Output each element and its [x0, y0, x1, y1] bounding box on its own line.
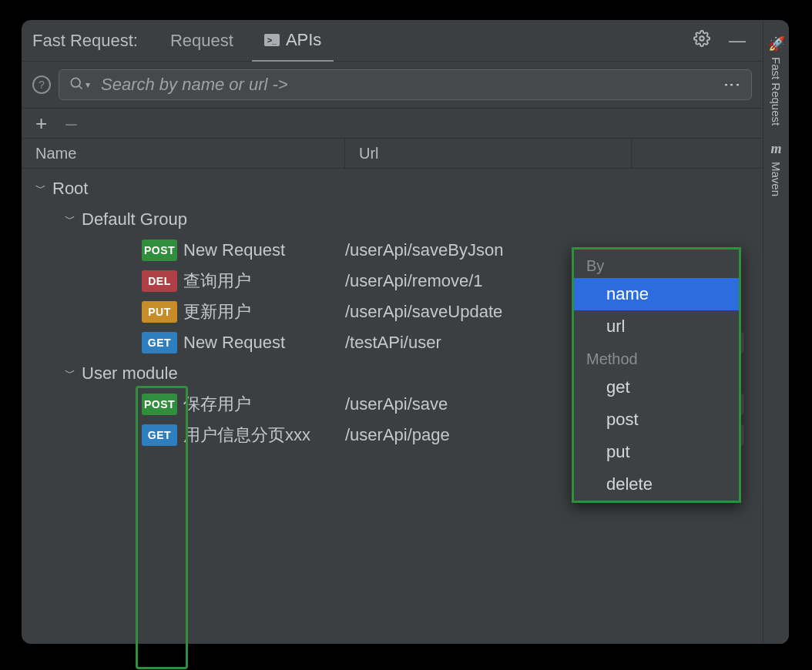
- gear-icon[interactable]: [687, 30, 716, 52]
- add-button[interactable]: +: [35, 113, 47, 133]
- popup-section-by: By: [574, 250, 739, 278]
- popup-item-post[interactable]: post: [574, 404, 739, 436]
- side-tab-maven[interactable]: m Maven: [767, 136, 786, 201]
- tab-request[interactable]: Request: [158, 20, 246, 62]
- api-name: 保存用户: [183, 393, 251, 416]
- app-title: Fast Request:: [32, 31, 138, 51]
- popup-item-get[interactable]: get: [574, 371, 739, 404]
- method-badge: PUT: [142, 301, 177, 323]
- column-headers: Name Url: [22, 138, 763, 169]
- svg-point-1: [71, 78, 80, 87]
- header: Fast Request: Request >_ APIs —: [22, 20, 763, 62]
- api-name: New Request: [183, 333, 285, 353]
- method-badge: POST: [142, 394, 177, 415]
- tree-row[interactable]: ﹀Root: [22, 173, 763, 204]
- svg-point-0: [700, 36, 704, 41]
- api-name: New Request: [183, 240, 285, 260]
- tab-request-label: Request: [170, 31, 233, 51]
- api-name: 更新用户: [183, 300, 251, 323]
- column-name[interactable]: Name: [22, 139, 345, 168]
- root-label: Root: [52, 179, 88, 199]
- tab-apis[interactable]: >_ APIs: [252, 20, 334, 62]
- popup-item-url[interactable]: url: [574, 310, 739, 343]
- group-label: Default Group: [82, 209, 187, 229]
- terminal-icon: >_: [264, 34, 280, 46]
- api-tree: ﹀Root﹀Default GroupPOSTNew Request/userA…: [22, 169, 763, 644]
- tree-row[interactable]: ﹀Default Group: [22, 204, 763, 235]
- method-badge: POST: [142, 240, 177, 261]
- column-actions: [632, 139, 763, 168]
- right-sidebar: 🚀 Fast Request m Maven: [763, 20, 789, 644]
- chevron-down-icon[interactable]: ﹀: [35, 182, 46, 196]
- column-url[interactable]: Url: [345, 139, 632, 168]
- api-name: 查询用户: [183, 270, 251, 293]
- method-badge: DEL: [142, 270, 177, 292]
- popup-item-delete[interactable]: delete: [574, 468, 739, 501]
- maven-icon: m: [771, 141, 782, 157]
- search-input[interactable]: [90, 74, 716, 95]
- search-filter-popup: By nameurl Method getpostputdelete: [572, 247, 741, 503]
- chevron-down-icon[interactable]: ﹀: [65, 213, 75, 226]
- popup-item-name[interactable]: name: [574, 278, 739, 310]
- group-label: User module: [82, 363, 178, 384]
- api-name: 用户信息分页xxx: [183, 424, 310, 447]
- minimize-icon[interactable]: —: [723, 31, 752, 51]
- tab-apis-label: APIs: [286, 30, 321, 50]
- side-tab-fast-request-label: Fast Request: [770, 57, 783, 126]
- search-input-container[interactable]: ▾ ⋮: [59, 69, 752, 100]
- chevron-down-icon[interactable]: ﹀: [65, 367, 75, 380]
- popup-item-put[interactable]: put: [574, 436, 739, 468]
- side-tab-maven-label: Maven: [770, 162, 783, 196]
- search-icon: [69, 75, 84, 94]
- popup-section-method: Method: [574, 343, 739, 371]
- more-icon[interactable]: ⋮: [716, 76, 742, 93]
- method-badge: GET: [142, 424, 177, 446]
- toolbar: + –: [22, 109, 763, 138]
- rocket-icon: 🚀: [768, 35, 785, 52]
- side-tab-fast-request[interactable]: 🚀 Fast Request: [765, 31, 788, 130]
- svg-line-2: [79, 86, 82, 89]
- help-icon[interactable]: ?: [32, 75, 51, 94]
- method-badge: GET: [142, 332, 177, 353]
- remove-button[interactable]: –: [65, 113, 76, 133]
